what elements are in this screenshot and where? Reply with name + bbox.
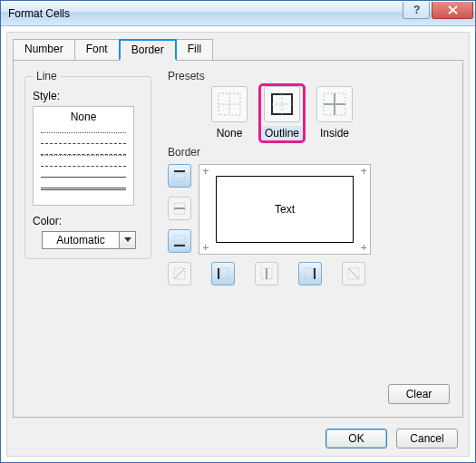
preset-outline-label: Outline xyxy=(261,126,303,140)
border-middle-h-button[interactable] xyxy=(168,197,191,220)
tab-font[interactable]: Font xyxy=(74,39,120,61)
clear-button[interactable]: Clear xyxy=(388,384,450,404)
style-label: Style: xyxy=(33,90,143,102)
format-cells-dialog: Format Cells ? Number Font Border Fill L… xyxy=(0,0,476,463)
preset-row: None Outline xyxy=(208,86,452,140)
line-style-option[interactable] xyxy=(41,177,126,178)
tab-page-border: Line Style: None xyxy=(13,60,463,418)
svg-rect-14 xyxy=(174,236,185,244)
preset-none-label: None xyxy=(213,126,247,140)
preset-inside[interactable]: Inside xyxy=(313,86,356,140)
border-bottom-button[interactable] xyxy=(168,229,191,253)
ok-button[interactable]: OK xyxy=(325,429,387,449)
border-preview: Text xyxy=(199,164,371,255)
cancel-button[interactable]: Cancel xyxy=(396,429,458,449)
border-middle-v-button[interactable] xyxy=(255,262,278,285)
line-style-option[interactable] xyxy=(41,188,126,190)
border-bottom-buttons xyxy=(168,262,452,285)
svg-text:?: ? xyxy=(413,5,420,14)
line-style-none[interactable]: None xyxy=(34,107,133,127)
preset-inside-icon xyxy=(316,86,353,122)
right-column: Presets None xyxy=(168,70,452,285)
line-group-label: Line xyxy=(33,70,61,82)
border-right-button[interactable] xyxy=(298,262,322,285)
client-area: Number Font Border Fill Line Style: None xyxy=(6,32,470,457)
border-group-label: Border xyxy=(168,146,200,159)
window-title: Format Cells xyxy=(8,7,70,20)
line-column: Line Style: None xyxy=(24,70,151,285)
border-left-button[interactable] xyxy=(211,262,235,285)
svg-rect-11 xyxy=(174,173,185,181)
color-label: Color: xyxy=(33,215,143,227)
preview-cell: Text xyxy=(216,176,354,243)
line-style-option[interactable] xyxy=(41,166,126,167)
tab-number[interactable]: Number xyxy=(13,39,75,61)
svg-line-17 xyxy=(174,268,185,279)
border-section: Text xyxy=(168,164,452,285)
preview-text: Text xyxy=(275,203,295,216)
close-button[interactable] xyxy=(432,2,473,19)
svg-rect-19 xyxy=(220,268,228,279)
line-color-dropdown[interactable]: Automatic xyxy=(42,231,143,249)
svg-rect-22 xyxy=(305,268,313,279)
line-style-option[interactable] xyxy=(41,132,126,133)
help-button[interactable]: ? xyxy=(403,2,430,19)
preset-outline-icon xyxy=(264,86,300,122)
border-diag-up-button[interactable] xyxy=(342,262,365,285)
preset-inside-label: Inside xyxy=(316,126,353,140)
titlebar: Format Cells ? xyxy=(1,1,475,26)
chevron-down-icon[interactable] xyxy=(120,231,136,249)
presets-group-label: Presets xyxy=(168,70,205,82)
preset-outline[interactable]: Outline xyxy=(260,86,304,140)
window-controls: ? xyxy=(401,1,475,25)
tabstrip: Number Font Border Fill xyxy=(13,38,469,60)
line-group: Line Style: None xyxy=(24,70,151,259)
line-style-option[interactable] xyxy=(41,154,126,156)
preset-none[interactable]: None xyxy=(208,86,251,140)
svg-rect-4 xyxy=(272,94,292,114)
border-side-buttons xyxy=(168,164,191,255)
line-style-option[interactable] xyxy=(41,143,126,144)
dialog-footer: OK Cancel xyxy=(325,429,458,449)
preset-none-icon xyxy=(211,86,248,122)
tab-fill[interactable]: Fill xyxy=(176,39,213,61)
border-top-button[interactable] xyxy=(168,164,191,188)
border-diag-down-button[interactable] xyxy=(168,262,191,285)
line-color-value: Automatic xyxy=(42,231,120,249)
svg-line-25 xyxy=(348,268,359,279)
tab-border[interactable]: Border xyxy=(119,39,177,61)
line-style-list[interactable]: None xyxy=(33,106,134,206)
